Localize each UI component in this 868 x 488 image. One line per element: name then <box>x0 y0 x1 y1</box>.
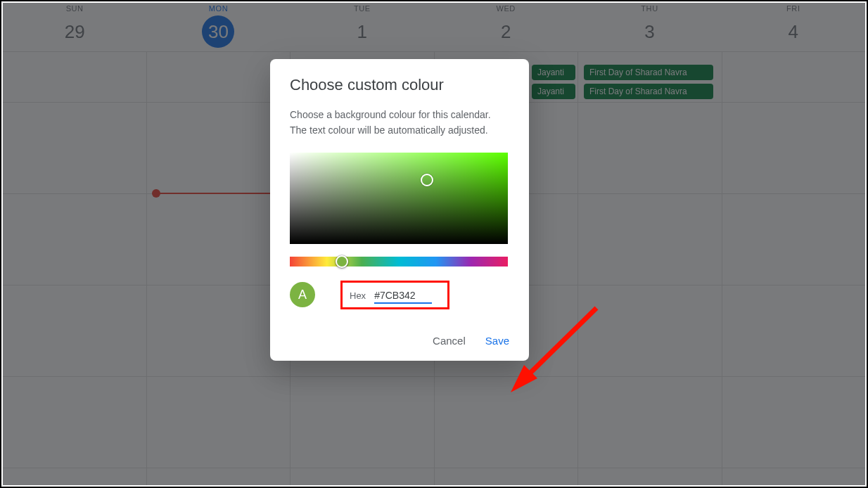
dialog-actions: Cancel Save <box>290 335 509 347</box>
hue-slider-thumb[interactable] <box>336 255 348 268</box>
hex-field-highlight: Hex <box>340 281 449 309</box>
colour-preview-swatch: A <box>290 282 315 307</box>
hex-label: Hex <box>350 290 366 301</box>
saturation-value-picker[interactable] <box>290 153 508 244</box>
hue-slider[interactable] <box>290 257 508 267</box>
hex-input[interactable] <box>374 288 432 304</box>
dialog-title: Choose custom colour <box>290 76 509 94</box>
saturation-value-thumb[interactable] <box>421 174 433 186</box>
cancel-button[interactable]: Cancel <box>433 335 466 347</box>
save-button[interactable]: Save <box>485 335 509 347</box>
choose-custom-colour-dialog: Choose custom colour Choose a background… <box>270 59 529 361</box>
dialog-description: Choose a background colour for this cale… <box>290 107 509 139</box>
hex-row: A Hex <box>290 281 509 309</box>
preview-letter: A <box>298 288 307 302</box>
